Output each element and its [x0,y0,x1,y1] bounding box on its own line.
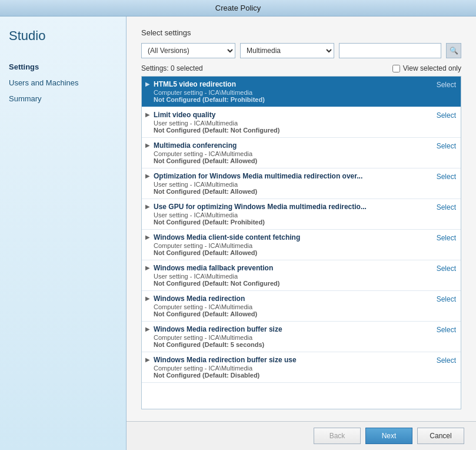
select-link[interactable]: Select [437,203,456,211]
filter-row: (All Versions) Multimedia 🔍 [141,43,461,58]
setting-content-9: Windows Media redirection buffer sizeCom… [154,325,431,348]
setting-detail: Not Configured (Default: Disabled) [154,372,431,379]
setting-content-3: Multimedia conferencingComputer setting … [154,141,431,164]
setting-sub: Computer setting - ICA\Multimedia [154,334,431,341]
setting-detail: Not Configured (Default: Allowed) [154,249,431,256]
expand-icon: ▶ [145,234,154,240]
settings-list: ▶HTML5 video redirectionComputer setting… [141,76,461,409]
table-row[interactable]: ▶HTML5 video redirectionComputer setting… [142,77,461,107]
setting-sub: User setting - ICA\Multimedia [154,181,431,188]
search-icon: 🔍 [450,47,458,55]
setting-detail: Not Configured (Default: Allowed) [154,157,431,164]
content-inner: Select settings (All Versions) Multimedi… [127,16,476,421]
expand-icon: ▶ [145,111,154,118]
footer: Back Next Cancel [127,421,476,450]
select-link[interactable]: Select [437,111,456,120]
setting-content-5: Use GPU for optimizing Windows Media mul… [154,203,431,226]
setting-detail: Not Configured (Default: 5 seconds) [154,341,431,348]
versions-select[interactable]: (All Versions) [141,43,235,58]
view-selected-checkbox[interactable] [392,65,400,72]
setting-content-10: Windows Media redirection buffer size us… [154,356,431,379]
view-selected-label: View selected only [403,64,461,72]
table-row[interactable]: ▶Windows Media redirection buffer size u… [142,352,461,383]
category-select[interactable]: Multimedia [240,43,334,58]
setting-detail: Not Configured (Default: Allowed) [154,310,431,317]
setting-title: Multimedia conferencing [154,141,431,150]
section-title: Select settings [141,28,461,37]
setting-title: Limit video quality [154,111,431,119]
next-button[interactable]: Next [365,428,412,444]
view-selected-container: View selected only [392,64,461,72]
setting-detail: Not Configured (Default: Allowed) [154,188,431,195]
status-row: Settings: 0 selected View selected only [141,64,461,72]
expand-icon: ▶ [145,356,154,363]
setting-detail: Not Configured (Default: Not Configured) [154,280,431,287]
search-input[interactable] [339,43,441,58]
setting-sub: Computer setting - ICA\Multimedia [154,89,431,96]
sidebar-item-users-machines[interactable]: Users and Machines [9,77,117,88]
setting-content-4: Optimization for Windows Media multimedi… [154,172,431,195]
select-link[interactable]: Select [437,81,456,89]
expand-icon: ▶ [145,173,154,179]
content-area: Select settings (All Versions) Multimedi… [127,16,476,450]
select-link[interactable]: Select [437,326,456,334]
select-link[interactable]: Select [437,142,456,150]
main-container: Studio SettingsUsers and MachinesSummary… [0,16,476,450]
select-link[interactable]: Select [437,264,456,273]
setting-title: HTML5 video redirection [154,80,431,88]
expand-icon: ▶ [145,142,154,148]
app-logo: Studio [9,28,117,44]
search-button[interactable]: 🔍 [446,43,461,58]
setting-content-1: HTML5 video redirectionComputer setting … [154,80,431,103]
setting-sub: Computer setting - ICA\Multimedia [154,365,431,372]
setting-content-8: Windows Media redirectionComputer settin… [154,295,431,317]
sidebar: Studio SettingsUsers and MachinesSummary [0,16,127,450]
setting-title: Windows Media redirection [154,295,431,303]
table-row[interactable]: ▶Windows Media client-side content fetch… [142,230,461,260]
sidebar-nav: SettingsUsers and MachinesSummary [9,61,117,104]
table-row[interactable]: ▶Multimedia conferencingComputer setting… [142,138,461,168]
setting-sub: Computer setting - ICA\Multimedia [154,303,431,310]
setting-title: Optimization for Windows Media multimedi… [154,172,431,180]
select-link[interactable]: Select [437,234,456,242]
setting-sub: User setting - ICA\Multimedia [154,273,431,280]
window-title: Create Policy [215,4,261,12]
setting-detail: Not Configured (Default: Prohibited) [154,219,431,226]
settings-count: Settings: 0 selected [141,64,203,72]
setting-detail: Not Configured (Default: Prohibited) [154,96,431,103]
table-row[interactable]: ▶Use GPU for optimizing Windows Media mu… [142,199,461,230]
setting-content-2: Limit video qualityUser setting - ICA\Mu… [154,111,431,134]
table-row[interactable]: ▶Windows Media redirection buffer sizeCo… [142,322,461,352]
table-row[interactable]: ▶Optimization for Windows Media multimed… [142,168,461,199]
table-row[interactable]: ▶Windows Media redirectionComputer setti… [142,291,461,322]
expand-icon: ▶ [145,81,154,87]
setting-title: Windows Media redirection buffer size [154,325,431,333]
cancel-button[interactable]: Cancel [417,428,464,444]
sidebar-item-settings[interactable]: Settings [9,61,117,72]
setting-sub: Computer setting - ICA\Multimedia [154,242,431,249]
select-link[interactable]: Select [437,173,456,181]
table-row[interactable]: ▶Limit video qualityUser setting - ICA\M… [142,107,461,138]
select-link[interactable]: Select [437,356,456,365]
expand-icon: ▶ [145,203,154,210]
setting-detail: Not Configured (Default: Not Configured) [154,127,431,134]
sidebar-item-summary[interactable]: Summary [9,93,117,104]
setting-title: Windows media fallback prevention [154,264,431,272]
table-row[interactable]: ▶Windows media fallback preventionUser s… [142,260,461,291]
select-link[interactable]: Select [437,295,456,303]
back-button[interactable]: Back [314,428,361,444]
expand-icon: ▶ [145,295,154,302]
setting-sub: User setting - ICA\Multimedia [154,211,431,219]
setting-content-6: Windows Media client-side content fetchi… [154,233,431,256]
title-bar: Create Policy [0,0,476,16]
setting-title: Windows Media redirection buffer size us… [154,356,431,364]
setting-title: Use GPU for optimizing Windows Media mul… [154,203,431,211]
setting-title: Windows Media client-side content fetchi… [154,233,431,241]
setting-sub: Computer setting - ICA\Multimedia [154,150,431,157]
setting-content-7: Windows media fallback preventionUser se… [154,264,431,287]
setting-sub: User setting - ICA\Multimedia [154,120,431,127]
expand-icon: ▶ [145,326,154,332]
expand-icon: ▶ [145,264,154,271]
